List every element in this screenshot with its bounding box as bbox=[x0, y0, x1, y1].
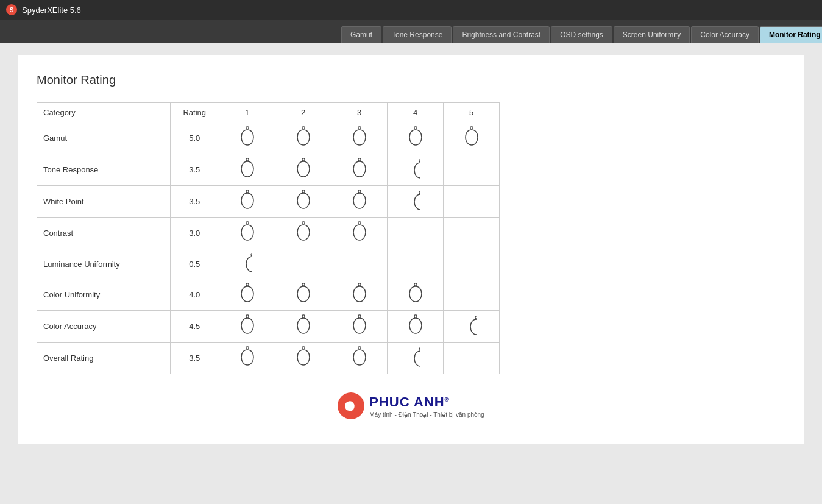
title-bar: S SpyderXElite 5.6 bbox=[0, 0, 822, 20]
content-panel: Monitor Rating Category Rating 1 2 3 4 5… bbox=[18, 55, 804, 444]
logo-icon bbox=[338, 392, 364, 419]
rating-table: Category Rating 1 2 3 4 5 Gamut5.0 Tone … bbox=[37, 102, 500, 374]
visual-cell-7-1 bbox=[219, 343, 275, 374]
visual-cell-3-4 bbox=[388, 218, 444, 249]
table-row: White Point3.5 bbox=[37, 186, 500, 218]
visual-cell-1-2 bbox=[275, 154, 331, 186]
category-cell-7: Overall Rating bbox=[37, 343, 171, 374]
col-header-category: Category bbox=[37, 103, 171, 122]
visual-cell-4-4 bbox=[388, 249, 444, 279]
visual-cell-7-2 bbox=[275, 343, 331, 374]
col-header-3: 3 bbox=[331, 103, 388, 122]
visual-cell-5-1 bbox=[219, 279, 275, 311]
visual-cell-0-5 bbox=[444, 122, 500, 154]
rating-cell-6: 4.5 bbox=[170, 311, 219, 343]
visual-cell-3-2 bbox=[275, 218, 331, 249]
visual-cell-6-2 bbox=[275, 311, 331, 343]
col-header-2: 2 bbox=[275, 103, 331, 122]
visual-cell-2-5 bbox=[444, 186, 500, 218]
table-row: Tone Response3.5 bbox=[37, 154, 500, 186]
category-cell-5: Color Uniformity bbox=[37, 279, 171, 311]
col-header-4: 4 bbox=[388, 103, 444, 122]
category-cell-6: Color Accuracy bbox=[37, 311, 171, 343]
visual-cell-4-3 bbox=[331, 249, 388, 279]
visual-cell-2-2 bbox=[275, 186, 331, 218]
visual-cell-1-1 bbox=[219, 154, 275, 186]
tab-color-accuracy[interactable]: Color Accuracy bbox=[691, 26, 759, 43]
visual-cell-0-2 bbox=[275, 122, 331, 154]
rating-cell-5: 4.0 bbox=[170, 279, 219, 311]
logo-box: PHUC ANH® Máy tính - Điện Thoại - Thiết … bbox=[338, 392, 484, 419]
visual-cell-4-1 bbox=[219, 249, 275, 279]
visual-cell-4-5 bbox=[444, 249, 500, 279]
visual-cell-4-2 bbox=[275, 249, 331, 279]
category-cell-2: White Point bbox=[37, 186, 171, 218]
visual-cell-6-3 bbox=[331, 311, 388, 343]
col-header-rating: Rating bbox=[170, 103, 219, 122]
logo-text-group: PHUC ANH® Máy tính - Điện Thoại - Thiết … bbox=[369, 394, 484, 418]
col-header-1: 1 bbox=[219, 103, 275, 122]
rating-cell-2: 3.5 bbox=[170, 186, 219, 218]
visual-cell-0-1 bbox=[219, 122, 275, 154]
main-content: Monitor Rating Category Rating 1 2 3 4 5… bbox=[0, 43, 822, 504]
visual-cell-6-1 bbox=[219, 311, 275, 343]
visual-cell-5-2 bbox=[275, 279, 331, 311]
tab-osd-settings[interactable]: OSD settings bbox=[551, 26, 612, 43]
table-row: Gamut5.0 bbox=[37, 122, 500, 154]
tab-bar: Gamut Tone Response Brightness and Contr… bbox=[0, 20, 822, 43]
app-icon: S bbox=[6, 4, 17, 15]
visual-cell-5-5 bbox=[444, 279, 500, 311]
visual-cell-7-3 bbox=[331, 343, 388, 374]
visual-cell-3-1 bbox=[219, 218, 275, 249]
visual-cell-3-3 bbox=[331, 218, 388, 249]
visual-cell-7-4 bbox=[388, 343, 444, 374]
category-cell-1: Tone Response bbox=[37, 154, 171, 186]
table-row: Contrast3.0 bbox=[37, 218, 500, 249]
rating-cell-0: 5.0 bbox=[170, 122, 219, 154]
visual-cell-1-3 bbox=[331, 154, 388, 186]
visual-cell-6-5 bbox=[444, 311, 500, 343]
rating-cell-4: 0.5 bbox=[170, 249, 219, 279]
category-cell-4: Luminance Uniformity bbox=[37, 249, 171, 279]
logo-area: PHUC ANH® Máy tính - Điện Thoại - Thiết … bbox=[37, 392, 785, 419]
visual-cell-3-5 bbox=[444, 218, 500, 249]
tab-screen-uniformity[interactable]: Screen Uniformity bbox=[614, 26, 690, 43]
category-cell-3: Contrast bbox=[37, 218, 171, 249]
logo-main-text: PHUC ANH® bbox=[369, 394, 484, 410]
tab-brightness-contrast[interactable]: Brightness and Contrast bbox=[453, 26, 550, 43]
rating-cell-3: 3.0 bbox=[170, 218, 219, 249]
table-row: Color Uniformity4.0 bbox=[37, 279, 500, 311]
logo-sub-text: Máy tính - Điện Thoại - Thiết bị văn phò… bbox=[369, 411, 484, 418]
app-title: SpyderXElite 5.6 bbox=[22, 5, 81, 15]
tab-gamut[interactable]: Gamut bbox=[341, 26, 381, 43]
visual-cell-5-3 bbox=[331, 279, 388, 311]
category-cell-0: Gamut bbox=[37, 122, 171, 154]
tab-tone-response[interactable]: Tone Response bbox=[383, 26, 452, 43]
rating-cell-1: 3.5 bbox=[170, 154, 219, 186]
rating-cell-7: 3.5 bbox=[170, 343, 219, 374]
visual-cell-6-4 bbox=[388, 311, 444, 343]
visual-cell-1-4 bbox=[388, 154, 444, 186]
tab-monitor-rating[interactable]: Monitor Rating bbox=[760, 26, 822, 43]
table-row: Color Accuracy4.5 bbox=[37, 311, 500, 343]
visual-cell-2-4 bbox=[388, 186, 444, 218]
visual-cell-1-5 bbox=[444, 154, 500, 186]
table-row: Luminance Uniformity0.5 bbox=[37, 249, 500, 279]
visual-cell-2-1 bbox=[219, 186, 275, 218]
visual-cell-0-3 bbox=[331, 122, 388, 154]
visual-cell-2-3 bbox=[331, 186, 388, 218]
col-header-5: 5 bbox=[444, 103, 500, 122]
page-title: Monitor Rating bbox=[37, 73, 785, 87]
visual-cell-5-4 bbox=[388, 279, 444, 311]
table-row: Overall Rating3.5 bbox=[37, 343, 500, 374]
visual-cell-7-5 bbox=[444, 343, 500, 374]
visual-cell-0-4 bbox=[388, 122, 444, 154]
